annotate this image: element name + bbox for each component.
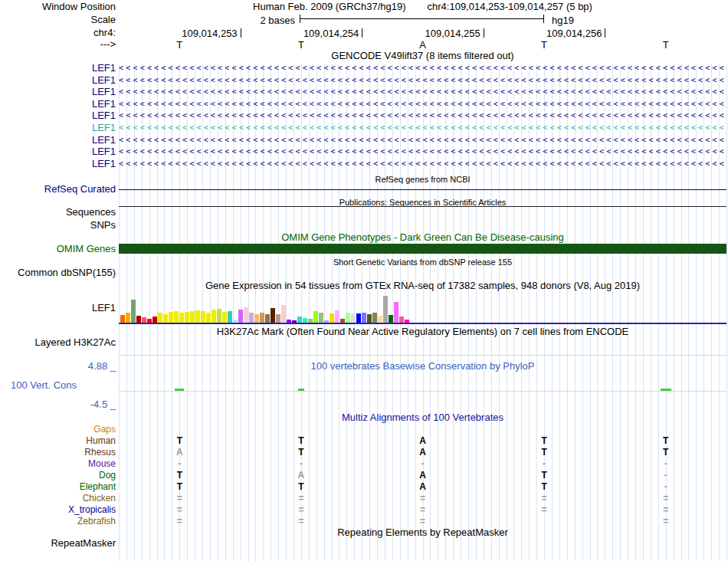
gtex-expression-bar[interactable] [362,313,366,323]
gtex-expression-bar[interactable] [367,314,372,323]
track-label-dbsnp[interactable]: Common dbSNP(155) [0,267,116,278]
gtex-expression-bar[interactable] [120,315,125,323]
gene-label[interactable]: LEF1 [0,62,116,74]
gtex-expression-bar[interactable] [217,309,221,323]
track-title-h3k27ac[interactable]: H3K27Ac Mark (Often Found Near Active Re… [119,326,726,337]
track-title-gencode[interactable]: GENCODE V49lift37 (8 items filtered out) [119,51,726,61]
gtex-expression-bar[interactable] [394,302,398,323]
gtex-expression-bar[interactable] [313,311,318,323]
gene-label[interactable]: LEF1 [0,86,116,98]
species-label[interactable]: Dog [0,470,116,481]
gene-label[interactable]: LEF1 [0,134,116,146]
track-label-gtex[interactable]: LEF1 [0,303,116,313]
gencode-transcript-row[interactable]: LEF1<<<<<<<<<<<<<<<<<<<<<<<<<<<<<<<<<<<<… [0,134,728,146]
transcript-intron-arrows[interactable]: <<<<<<<<<<<<<<<<<<<<<<<<<<<<<<<<<<<<<<<<… [119,158,726,170]
track-label-repeatmasker[interactable]: RepeatMasker [0,538,116,549]
gtex-expression-bar[interactable] [276,314,280,323]
track-title-gtex[interactable]: Gene Expression in 54 tissues from GTEx … [119,280,726,291]
gencode-transcript-row[interactable]: LEF1<<<<<<<<<<<<<<<<<<<<<<<<<<<<<<<<<<<<… [0,158,728,170]
multiz-species-row[interactable]: X_tropicalis===== [0,504,728,516]
gtex-expression-bar[interactable] [383,296,388,323]
species-label[interactable]: Elephant [0,481,116,493]
track-label-h3k27ac[interactable]: Layered H3K27Ac [0,337,116,348]
track-title-multiz[interactable]: Multiz Alignments of 100 Vertebrates [119,412,726,423]
multiz-species-row[interactable]: DogTAAT- [0,470,728,481]
gtex-expression-bar[interactable] [212,310,216,323]
transcript-intron-arrows[interactable]: <<<<<<<<<<<<<<<<<<<<<<<<<<<<<<<<<<<<<<<<… [119,110,726,122]
gtex-expression-bar[interactable] [126,313,130,323]
gtex-expression-bar[interactable] [206,313,211,323]
transcript-intron-arrows[interactable]: <<<<<<<<<<<<<<<<<<<<<<<<<<<<<<<<<<<<<<<<… [119,134,726,146]
gene-label[interactable]: LEF1 [0,146,116,158]
gencode-transcript-row[interactable]: LEF1<<<<<<<<<<<<<<<<<<<<<<<<<<<<<<<<<<<<… [0,110,728,122]
gtex-expression-bar[interactable] [238,310,243,323]
gencode-transcript-row[interactable]: LEF1<<<<<<<<<<<<<<<<<<<<<<<<<<<<<<<<<<<<… [0,98,728,110]
transcript-intron-arrows[interactable]: <<<<<<<<<<<<<<<<<<<<<<<<<<<<<<<<<<<<<<<<… [119,62,726,74]
gene-label[interactable]: LEF1 [0,98,116,110]
gtex-expression-bar[interactable] [335,310,339,323]
gtex-expression-bar[interactable] [372,313,377,323]
species-label[interactable]: Mouse [0,458,116,470]
gtex-expression-bar[interactable] [346,313,350,323]
transcript-intron-arrows[interactable]: <<<<<<<<<<<<<<<<<<<<<<<<<<<<<<<<<<<<<<<<… [119,98,726,110]
gtex-expression-bar[interactable] [330,313,334,323]
gtex-expression-bar[interactable] [174,311,179,323]
gencode-transcript-row[interactable]: LEF1<<<<<<<<<<<<<<<<<<<<<<<<<<<<<<<<<<<<… [0,62,728,74]
track-title-repeatmasker[interactable]: Repeating Elements by RepeatMasker [119,527,726,538]
gene-label[interactable]: LEF1 [0,74,116,87]
gtex-expression-bar[interactable] [244,307,248,323]
gene-label[interactable]: LEF1 [0,122,116,134]
track-label-sequences[interactable]: Sequences [0,207,116,218]
gtex-expression-bar[interactable] [249,313,254,323]
multiz-species-row[interactable]: Mouse----- [0,458,728,470]
gtex-expression-bar[interactable] [297,317,302,323]
multiz-species-row[interactable]: Chicken===== [0,493,728,504]
gtex-expression-bar[interactable] [185,312,189,323]
species-label[interactable]: Zebrafish [0,516,116,527]
track-title-refseq[interactable]: RefSeq genes from NCBI [119,174,726,185]
multiz-species-row[interactable]: HumanTTATT [0,435,728,447]
gencode-transcript-row[interactable]: LEF1<<<<<<<<<<<<<<<<<<<<<<<<<<<<<<<<<<<<… [0,146,728,158]
track-title-dbsnp[interactable]: Short Genetic Variants from dbSNP releas… [119,257,726,267]
omim-gene-bar[interactable] [119,244,726,254]
gtex-expression-bar[interactable] [158,313,162,323]
gtex-expression-bar[interactable] [228,311,232,323]
multiz-species-row[interactable]: RhesusATATT [0,447,728,458]
transcript-intron-arrows[interactable]: <<<<<<<<<<<<<<<<<<<<<<<<<<<<<<<<<<<<<<<<… [119,122,726,134]
species-label[interactable]: Rhesus [0,447,116,458]
species-label[interactable]: Chicken [0,493,116,504]
multiz-species-row[interactable]: Zebrafish==== [0,516,728,527]
gtex-expression-bar[interactable] [179,313,184,323]
gtex-expression-bar[interactable] [190,311,195,323]
gtex-expression-bar[interactable] [195,310,200,323]
gtex-expression-bar[interactable] [222,312,227,323]
gtex-expression-bar[interactable] [201,311,205,323]
multiz-species-row[interactable]: Gaps [0,424,728,435]
ruler[interactable]: 109,014,253109,014,254109,014,255109,014… [0,28,728,38]
gtex-expression-bar[interactable] [319,313,323,323]
gtex-expression-bar[interactable] [265,314,270,323]
track-title-phylop[interactable]: 100 vertebrates Basewise Conservation by… [119,361,726,372]
gtex-expression-bar[interactable] [163,314,168,323]
gencode-transcript-row[interactable]: LEF1<<<<<<<<<<<<<<<<<<<<<<<<<<<<<<<<<<<<… [0,86,728,98]
track-label-snps[interactable]: SNPs [0,220,116,231]
transcript-intron-arrows[interactable]: <<<<<<<<<<<<<<<<<<<<<<<<<<<<<<<<<<<<<<<<… [119,86,726,98]
gtex-expression-bar[interactable] [351,313,356,323]
multiz-species-row[interactable]: ElephantTTAT- [0,481,728,493]
track-title-omim[interactable]: OMIM Gene Phenotypes - Dark Green Can Be… [119,232,726,243]
transcript-intron-arrows[interactable]: <<<<<<<<<<<<<<<<<<<<<<<<<<<<<<<<<<<<<<<<… [119,146,726,158]
publications-item-line[interactable] [119,206,726,207]
gtex-expression-bar[interactable] [152,317,157,323]
gtex-expression-bar[interactable] [356,313,361,323]
track-label-omim[interactable]: OMIM Genes [0,244,116,254]
gtex-expression-bar[interactable] [378,316,382,323]
gtex-expression-bar[interactable] [260,313,264,323]
gencode-transcript-row[interactable]: LEF1<<<<<<<<<<<<<<<<<<<<<<<<<<<<<<<<<<<<… [0,74,728,87]
species-label[interactable]: Gaps [0,424,116,435]
transcript-intron-arrows[interactable]: <<<<<<<<<<<<<<<<<<<<<<<<<<<<<<<<<<<<<<<<… [119,74,726,87]
gtex-expression-bar[interactable] [389,315,393,323]
gene-label[interactable]: LEF1 [0,110,116,122]
gtex-expression-bar[interactable] [281,305,286,323]
gtex-expression-bar[interactable] [142,317,146,323]
refseq-gene-line[interactable] [119,189,726,190]
